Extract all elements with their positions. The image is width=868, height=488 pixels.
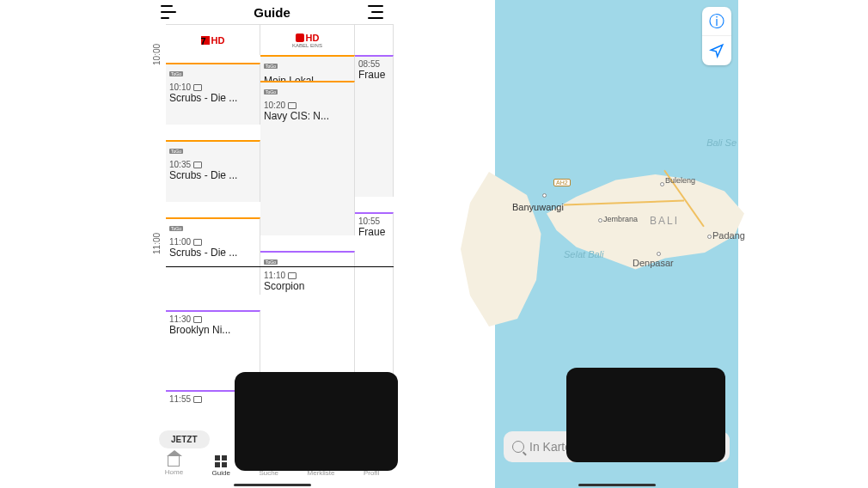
tab-home[interactable]: Home — [165, 456, 183, 476]
grid-icon — [215, 455, 227, 467]
region-label: BALI — [650, 215, 679, 227]
time-label: 11:00 — [152, 231, 162, 257]
filter-icon[interactable] — [161, 5, 176, 19]
time-label: 10:00 — [152, 42, 162, 68]
cast-icon — [193, 84, 202, 91]
prosieben-logo-icon: 7 — [201, 36, 210, 45]
city-label: Buleleng — [665, 176, 695, 185]
city-marker[interactable] — [657, 252, 661, 256]
pip-video[interactable] — [235, 372, 398, 471]
tab-guide[interactable]: Guide — [212, 455, 230, 477]
maps-app: Bali Se Selat Bali BALI AH2 Banyuwangi B… — [495, 0, 738, 488]
settings-icon[interactable] — [368, 5, 383, 19]
landmass — [461, 172, 555, 326]
home-indicator[interactable] — [578, 484, 656, 486]
program-block[interactable]: 11:30Brooklyn Ni... — [166, 310, 260, 375]
location-arrow-icon — [709, 43, 724, 58]
road-label: AH2 — [553, 179, 571, 186]
map-controls: ⓘ — [702, 7, 731, 65]
city-label: Jembrana — [603, 215, 638, 223]
pip-video[interactable] — [566, 368, 725, 462]
program-block[interactable]: ToGoMein Lokal, ... — [260, 55, 355, 81]
program-block[interactable]: ToGo10:10Scrubs - Die ... — [166, 63, 260, 125]
city-label: Padang — [712, 230, 745, 241]
program-block[interactable]: ToGo10:20Navy CIS: N... — [260, 81, 355, 235]
program-block[interactable]: ToGo10:35Scrubs - Die ... — [166, 140, 260, 202]
search-icon — [512, 441, 524, 453]
channel-header[interactable]: 7HD — [166, 24, 260, 55]
channel-header[interactable]: HD KABEL EINS — [260, 24, 355, 55]
time-axis: 10:00 11:00 — [150, 24, 166, 445]
sea-label: Selat Bali — [564, 249, 603, 259]
sea-label: Bali Se — [706, 137, 737, 148]
cast-icon — [193, 239, 202, 246]
city-marker[interactable] — [707, 235, 712, 239]
city-marker[interactable] — [542, 193, 547, 198]
channel-header[interactable] — [355, 24, 394, 55]
locate-button[interactable] — [702, 36, 731, 65]
cast-icon — [193, 396, 202, 403]
home-indicator[interactable] — [234, 484, 311, 486]
now-button[interactable]: JETZT — [159, 430, 210, 448]
program-block[interactable]: 08:55Fraue — [355, 55, 394, 197]
tv-guide-app: Guide 10:00 11:00 7HD HD KABEL EINS ToGo… — [150, 0, 394, 488]
info-button[interactable]: ⓘ — [702, 7, 731, 36]
cast-icon — [288, 102, 296, 109]
kabeleins-logo-icon — [296, 34, 304, 42]
cast-icon — [193, 316, 202, 323]
now-indicator — [166, 266, 394, 267]
header: Guide — [150, 0, 394, 24]
city-marker[interactable] — [598, 218, 602, 223]
home-icon — [168, 456, 180, 467]
city-label: Banyuwangi — [512, 202, 564, 212]
page-title: Guide — [254, 5, 290, 20]
city-label: Denpasar — [633, 258, 674, 268]
cast-icon — [288, 272, 296, 279]
program-block[interactable]: ToGo11:00Scrubs - Die ... — [166, 217, 260, 295]
cast-icon — [193, 162, 202, 168]
city-marker[interactable] — [660, 182, 664, 186]
